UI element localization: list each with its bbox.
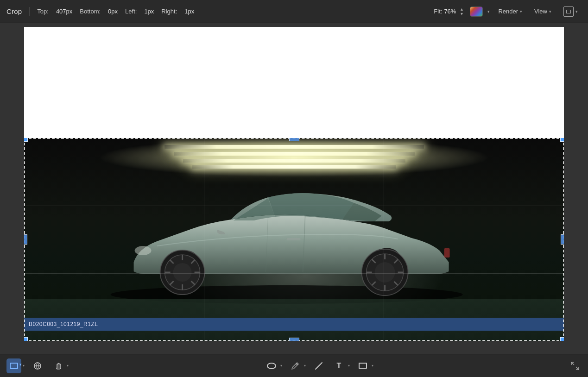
separator-1	[29, 7, 30, 16]
light-bar-3	[183, 159, 405, 163]
grid-line-v2	[384, 138, 384, 341]
svg-line-33	[571, 362, 574, 365]
transform-tool-btn[interactable]	[30, 358, 45, 373]
render-caret: ▾	[520, 9, 522, 14]
expand-icon	[570, 361, 580, 371]
oval-tool-btn[interactable]	[264, 358, 279, 373]
aspect-ratio-control[interactable]: ▾	[560, 5, 582, 19]
rectangle-tool-group[interactable]: ▾	[355, 358, 373, 373]
tool-name: Crop	[6, 7, 22, 15]
top-value: 407px	[56, 8, 72, 15]
hand-icon	[53, 361, 63, 371]
strip-label-text: B020C003_101219_R1ZL	[29, 321, 98, 327]
selection-tool-btn[interactable]	[6, 358, 21, 373]
rect-caret[interactable]: ▾	[372, 364, 373, 368]
bottom-toolbar: ▾ ▾ ▾ ▾	[0, 354, 588, 377]
left-label: Left:	[125, 8, 137, 15]
car-scene	[24, 138, 564, 341]
light-bar-2	[174, 152, 415, 156]
image-container[interactable]	[24, 138, 564, 341]
svg-line-32	[316, 363, 322, 369]
pen-icon	[291, 361, 300, 371]
fit-stepper[interactable]: ▴ ▾	[458, 7, 465, 16]
fit-label: Fit:	[434, 8, 442, 15]
selection-caret[interactable]: ▾	[23, 364, 25, 368]
fit-value: 76%	[444, 8, 456, 15]
canvas-area: B020C003_101219_R1ZL	[0, 23, 588, 354]
color-swatch-caret[interactable]: ▾	[487, 9, 490, 14]
pen-caret[interactable]: ▾	[304, 364, 306, 368]
aspect-inner	[566, 10, 571, 13]
text-tool-btn[interactable]: T	[332, 358, 347, 373]
svg-rect-30	[57, 364, 58, 368]
view-label: View	[534, 8, 547, 15]
oval-tool-group[interactable]: ▾	[264, 358, 282, 373]
aspect-ratio-icon	[563, 6, 574, 17]
right-value: 1px	[184, 8, 194, 15]
fit-control[interactable]: Fit: 76% ▴ ▾	[434, 7, 465, 16]
toolbar-right: Fit: 76% ▴ ▾ ▾ Render ▾ View ▾ ▾	[434, 5, 582, 19]
pen-tool-group[interactable]: ▾	[288, 358, 306, 373]
svg-rect-27	[444, 248, 449, 258]
grid-line-h1	[24, 206, 564, 206]
selection-icon	[10, 363, 18, 369]
pen-tool-btn[interactable]	[288, 358, 303, 373]
line-icon	[314, 361, 323, 371]
svg-point-5	[173, 263, 191, 282]
bottom-label: Bottom:	[80, 8, 101, 15]
strip-label: B020C003_101219_R1ZL	[24, 318, 564, 331]
expand-btn[interactable]	[569, 359, 582, 372]
svg-line-34	[576, 367, 579, 370]
light-bar-4	[192, 165, 396, 169]
transform-icon	[33, 361, 42, 371]
hand-caret[interactable]: ▾	[67, 364, 69, 368]
svg-point-16	[374, 262, 395, 283]
selection-tool-group[interactable]: ▾	[6, 358, 25, 373]
car-svg	[96, 170, 476, 304]
bottom-value: 0px	[108, 8, 118, 15]
oval-icon	[267, 363, 276, 369]
right-label: Right:	[161, 8, 177, 15]
rect-icon	[359, 363, 367, 369]
grid-line-h2	[24, 273, 564, 274]
render-label: Render	[498, 8, 518, 15]
color-swatch[interactable]	[470, 6, 483, 17]
svg-line-31	[296, 364, 297, 365]
white-canvas-area	[24, 27, 564, 138]
render-dropdown[interactable]: Render ▾	[494, 6, 526, 17]
oval-caret[interactable]: ▾	[280, 364, 282, 368]
aspect-caret: ▾	[575, 9, 578, 14]
text-icon: T	[337, 362, 341, 370]
car-svg-container	[96, 170, 476, 304]
top-toolbar: Crop Top: 407px Bottom: 0px Left: 1px Ri…	[0, 0, 588, 23]
top-label: Top:	[37, 8, 49, 15]
line-tool-btn[interactable]	[311, 358, 326, 373]
hand-tool-btn[interactable]	[51, 358, 65, 373]
svg-point-26	[134, 246, 151, 255]
view-dropdown[interactable]: View ▾	[531, 6, 555, 17]
text-caret[interactable]: ▾	[348, 364, 350, 368]
light-bar-1	[164, 145, 424, 149]
rectangle-tool-btn[interactable]	[355, 358, 370, 373]
grid-line-v1	[204, 138, 204, 341]
hand-tool-group[interactable]: ▾	[51, 358, 69, 373]
text-tool-group[interactable]: T ▾	[332, 358, 350, 373]
view-caret: ▾	[549, 9, 551, 14]
svg-rect-25	[286, 238, 300, 240]
left-value: 1px	[144, 8, 154, 15]
